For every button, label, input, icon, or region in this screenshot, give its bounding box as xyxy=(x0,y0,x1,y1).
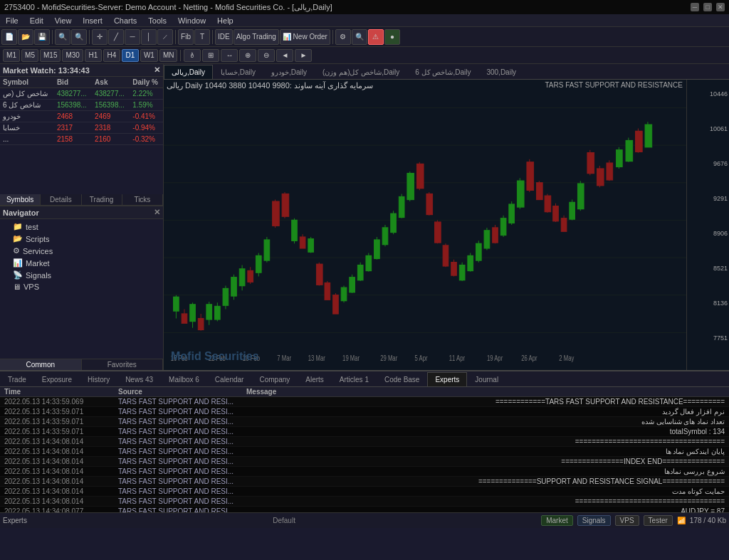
grid-button[interactable]: ⊞ xyxy=(202,49,219,62)
log-row[interactable]: 2022.05.13 14:34:08.014 TARS FAST SUPPOR… xyxy=(0,437,729,447)
tab-trade[interactable]: Trade xyxy=(0,372,34,386)
market-watch-row[interactable]: شاخص کل (ص 438277... 438277... 2.22% xyxy=(0,88,163,100)
tab-mailbox[interactable]: Mailbox 6 xyxy=(161,372,207,386)
market-watch-close[interactable]: ✕ xyxy=(154,65,160,75)
signals-status-button[interactable]: Signals xyxy=(577,515,611,526)
menu-charts[interactable]: Charts xyxy=(108,14,142,26)
tab-journal[interactable]: Journal xyxy=(467,372,506,386)
log-row[interactable]: 2022.05.13 14:33:59.071 TARS FAST SUPPOR… xyxy=(0,427,729,437)
tab-details[interactable]: Details xyxy=(41,194,81,205)
tab-codebase[interactable]: Code Base xyxy=(377,372,427,386)
channel-button[interactable]: ⟋ xyxy=(157,29,173,45)
fib-button[interactable]: Fib xyxy=(178,29,194,45)
tab-experts[interactable]: Experts xyxy=(427,372,467,386)
log-row[interactable]: 2022.05.13 14:33:59.071 TARS FAST SUPPOR… xyxy=(0,417,729,427)
market-watch-row[interactable]: ... 2158 2160 -0.32% xyxy=(0,134,163,145)
tab-company[interactable]: Company xyxy=(251,372,298,386)
tab-ticks[interactable]: Ticks xyxy=(122,194,163,205)
tab-trading[interactable]: Trading xyxy=(82,194,122,205)
vline-button[interactable]: │ xyxy=(141,29,157,45)
tab-alerts[interactable]: Alerts xyxy=(298,372,332,386)
log-row[interactable]: 2022.05.13 14:34:08.014 TARS FAST SUPPOR… xyxy=(0,467,729,477)
minimize-button[interactable]: ─ xyxy=(691,3,699,11)
tf-mn[interactable]: MN xyxy=(159,49,178,62)
navigator-close[interactable]: ✕ xyxy=(154,208,160,217)
tf-h1[interactable]: H1 xyxy=(85,49,102,62)
nav-item-test[interactable]: 📁 test xyxy=(1,221,162,233)
settings-button[interactable]: ⚙ xyxy=(335,29,351,45)
text-button[interactable]: T xyxy=(194,29,210,45)
chart-tab-300[interactable]: 300,Daily xyxy=(478,65,524,79)
menu-window[interactable]: Window xyxy=(172,14,211,26)
chart-tab-khodro[interactable]: خودرو,Daily xyxy=(263,65,315,79)
vps-status-button[interactable]: VPS xyxy=(615,515,639,526)
tf-m1[interactable]: M1 xyxy=(3,49,20,62)
tester-status-button[interactable]: Tester xyxy=(644,515,673,526)
log-row[interactable]: 2022.05.13 14:34:08.014 TARS FAST SUPPOR… xyxy=(0,457,729,467)
scrollfwd-button[interactable]: ► xyxy=(295,49,312,62)
log-content[interactable]: Time Source Message 2022.05.13 14:33:59.… xyxy=(0,387,729,512)
zoom-chart-in[interactable]: ⊕ xyxy=(239,49,256,62)
new-chart-button[interactable]: 📄 xyxy=(1,29,17,45)
market-watch-row[interactable]: خسایا 2317 2318 -0.94% xyxy=(0,122,163,134)
menu-insert[interactable]: Insert xyxy=(77,14,108,26)
online-button[interactable]: ● xyxy=(384,29,400,45)
chart-content[interactable]: سرمایه گذاری آینه ساوند :Daily 10440 388… xyxy=(164,80,729,370)
chart-tab-shakhes-6[interactable]: شاخص کل 6,Daily xyxy=(407,65,478,79)
tab-articles[interactable]: Articles 1 xyxy=(332,372,377,386)
tab-exposure[interactable]: Exposure xyxy=(34,372,80,386)
menu-edit[interactable]: Edit xyxy=(24,14,49,26)
save-button[interactable]: 💾 xyxy=(34,29,50,45)
crosshair-button[interactable]: ✛ xyxy=(92,29,107,45)
market-status-button[interactable]: Market xyxy=(541,515,573,526)
log-row[interactable]: 2022.05.13 14:33:59.071 TARS FAST SUPPOR… xyxy=(0,407,729,417)
open-button[interactable]: 📂 xyxy=(18,29,33,45)
tab-news[interactable]: News 43 xyxy=(117,372,161,386)
tf-w1[interactable]: W1 xyxy=(140,49,158,62)
maximize-button[interactable]: □ xyxy=(703,3,712,11)
line-button[interactable]: ╱ xyxy=(108,29,124,45)
scrollback-button[interactable]: ◄ xyxy=(276,49,293,62)
new-order-button[interactable]: 📊 New Order xyxy=(280,29,330,45)
log-row[interactable]: 2022.05.13 14:33:59.069 TARS FAST SUPPOR… xyxy=(0,397,729,407)
nav-tab-common[interactable]: Common xyxy=(0,359,82,370)
algo-button[interactable]: Algo Trading xyxy=(234,29,279,45)
tf-m5[interactable]: M5 xyxy=(21,49,38,62)
market-watch-row[interactable]: شاخص کل 6 156398... 156398... 1.59% xyxy=(0,100,163,111)
nav-item-services[interactable]: ⚙ Services xyxy=(1,245,162,257)
zoom-in-button[interactable]: 🔍 xyxy=(55,29,70,45)
nav-tab-favorites[interactable]: Favorites xyxy=(82,359,164,370)
nav-item-market[interactable]: 📊 Market xyxy=(1,257,162,269)
log-row[interactable]: 2022.05.13 14:34:08.014 TARS FAST SUPPOR… xyxy=(0,447,729,457)
nav-item-scripts[interactable]: 📂 Scripts xyxy=(1,233,162,245)
chart-tab-riali[interactable]: ریالی,Daily xyxy=(164,65,213,79)
tab-calendar[interactable]: Calendar xyxy=(207,372,252,386)
close-button[interactable]: ✕ xyxy=(716,3,725,11)
tab-history[interactable]: History xyxy=(80,372,117,386)
tf-h4[interactable]: H4 xyxy=(103,49,120,62)
tf-m15[interactable]: M15 xyxy=(40,49,61,62)
menu-view[interactable]: View xyxy=(49,14,78,26)
menu-tools[interactable]: Tools xyxy=(142,14,172,26)
log-row[interactable]: 2022.05.13 14:34:08.077 TARS FAST SUPPOR… xyxy=(0,507,729,513)
chart-tab-khasaya[interactable]: خسایا,Daily xyxy=(213,65,263,79)
menu-file[interactable]: File xyxy=(0,14,24,26)
zoom-chart-out[interactable]: ⊖ xyxy=(258,49,275,62)
search-button[interactable]: 🔍 xyxy=(352,29,367,45)
hline-button[interactable]: ─ xyxy=(125,29,140,45)
tf-m30[interactable]: M30 xyxy=(62,49,83,62)
chart-tab-shakhes-hom[interactable]: شاخص کل(هم وزن),Daily xyxy=(315,65,407,79)
zoom-out-button[interactable]: 🔍 xyxy=(71,29,87,45)
autoscroll-button[interactable]: ↔ xyxy=(221,49,238,62)
tab-symbols[interactable]: Symbols xyxy=(0,194,41,205)
chart-type-button[interactable]: 🕯 xyxy=(184,49,201,62)
log-row[interactable]: 2022.05.13 14:34:08.014 TARS FAST SUPPOR… xyxy=(0,477,729,487)
nav-item-vps[interactable]: 🖥 VPS xyxy=(1,281,162,292)
log-row[interactable]: 2022.05.13 14:34:08.014 TARS FAST SUPPOR… xyxy=(0,487,729,497)
log-row[interactable]: 2022.05.13 14:34:08.014 TARS FAST SUPPOR… xyxy=(0,497,729,507)
nav-item-signals[interactable]: 📡 Signals xyxy=(1,269,162,281)
tf-d1[interactable]: D1 xyxy=(122,49,139,62)
menu-help[interactable]: Help xyxy=(211,14,239,26)
alert-button[interactable]: ⚠ xyxy=(368,29,384,45)
ide-button[interactable]: IDE xyxy=(215,29,233,45)
